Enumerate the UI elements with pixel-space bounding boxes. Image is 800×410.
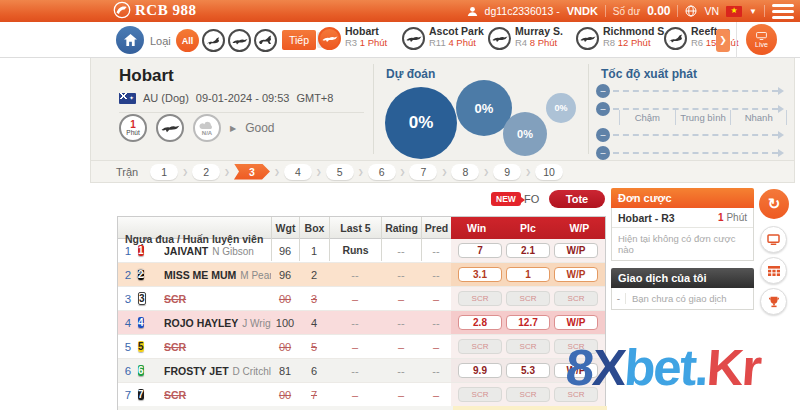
win-place-button[interactable]: SCR bbox=[554, 291, 598, 306]
runner-name: SCR bbox=[164, 389, 271, 401]
prediction: -- bbox=[421, 317, 451, 329]
race-tab-7[interactable]: 7 bbox=[409, 164, 437, 180]
place-odds-button[interactable]: 2.1 bbox=[506, 243, 550, 258]
runner-name: SCR bbox=[164, 293, 271, 305]
chevron-right-icon[interactable]: ❯ bbox=[716, 29, 730, 52]
results-trophy-button[interactable] bbox=[760, 288, 787, 315]
live-label: Live bbox=[755, 41, 768, 48]
runner-name: ROJO HAYLEYJ Wright bbox=[164, 317, 271, 329]
chevron-down-icon[interactable]: ▼ bbox=[749, 7, 757, 16]
runner-number: 3 bbox=[118, 293, 138, 305]
user-id: dg11c2336013 - bbox=[485, 5, 560, 17]
win-place-button[interactable]: SCR bbox=[554, 387, 598, 402]
win-odds-button[interactable]: SCR bbox=[458, 387, 502, 402]
race-tab-9[interactable]: 9 bbox=[493, 164, 521, 180]
runner-name: SCR bbox=[164, 341, 271, 353]
race-title: Hobart bbox=[119, 66, 174, 86]
refresh-button[interactable]: ↻ bbox=[759, 189, 789, 219]
rating: – bbox=[381, 341, 421, 353]
dog-icon bbox=[402, 27, 425, 50]
grid-view-button[interactable] bbox=[760, 257, 787, 284]
runner-name: MISS ME MUMM Pearce bbox=[164, 269, 271, 281]
harness-icon bbox=[258, 35, 274, 46]
win-odds-button[interactable]: 9.9 bbox=[458, 363, 502, 378]
runner-number: 4 bbox=[118, 317, 138, 329]
menu-icon[interactable] bbox=[772, 4, 794, 19]
odds-cell: SCRSCRSCR bbox=[451, 335, 605, 358]
live-button[interactable]: Live bbox=[746, 24, 777, 55]
filter-horse-button[interactable] bbox=[202, 29, 225, 52]
win-place-button[interactable]: W/P bbox=[554, 267, 598, 282]
rating: -- bbox=[381, 269, 421, 281]
prediction: – bbox=[421, 389, 451, 401]
video-screen-button[interactable] bbox=[760, 226, 787, 253]
win-place-button[interactable]: SCR bbox=[554, 339, 598, 354]
transactions-title: Giao dịch của tôi bbox=[611, 268, 754, 288]
odds-cell: SCRSCRSCR bbox=[451, 383, 605, 406]
win-odds-button[interactable]: SCR bbox=[458, 339, 502, 354]
trainer-name: N Gibson bbox=[212, 246, 254, 257]
tote-toggle-button[interactable]: Tote bbox=[549, 190, 605, 208]
odds-cell: SCRSCRSCR bbox=[451, 287, 605, 310]
tab-separator-icon: ❯ bbox=[316, 168, 322, 176]
place-odds-button[interactable]: 5.3 bbox=[506, 363, 550, 378]
user-icon bbox=[467, 6, 478, 17]
rating: -- bbox=[381, 317, 421, 329]
place-odds-button[interactable]: 12.7 bbox=[506, 315, 550, 330]
runner-weight: 96 bbox=[271, 245, 299, 257]
home-button[interactable] bbox=[116, 26, 144, 54]
runner-box: 6 bbox=[299, 365, 329, 377]
race-tab-4[interactable]: 4 bbox=[284, 164, 312, 180]
prediction: – bbox=[421, 341, 451, 353]
trainer-name: M Pearce bbox=[240, 270, 271, 281]
race-tab-5[interactable]: 5 bbox=[326, 164, 354, 180]
filter-all-button[interactable]: All bbox=[176, 29, 199, 52]
place-odds-button[interactable]: SCR bbox=[506, 291, 550, 306]
brand-logo[interactable]: RCB 988 bbox=[113, 1, 196, 19]
transactions-empty-message: Bạn chưa có giao dịch bbox=[626, 293, 727, 304]
rating: – bbox=[381, 389, 421, 401]
race-country: AU (Dog) bbox=[143, 92, 189, 104]
language-label[interactable]: VN bbox=[704, 5, 719, 17]
trainer-name: D Critchley bbox=[233, 366, 271, 377]
race-tab-1[interactable]: 1 bbox=[150, 164, 178, 180]
prediction: -- bbox=[421, 245, 451, 257]
rating: – bbox=[381, 293, 421, 305]
win-odds-button[interactable]: 7 bbox=[458, 243, 502, 258]
place-odds-button[interactable]: SCR bbox=[506, 387, 550, 402]
race-meta: R4 8 Phút bbox=[515, 37, 563, 48]
runner-weight: 00 bbox=[271, 341, 299, 353]
tab-separator-icon: ❯ bbox=[483, 168, 489, 176]
runner-number: 6 bbox=[118, 365, 138, 377]
runner-number: 2 bbox=[118, 269, 138, 281]
race-datetime: 09-01-2024 - 09:53 bbox=[196, 92, 290, 104]
race-tab-2[interactable]: 2 bbox=[192, 164, 220, 180]
win-place-button[interactable]: W/P bbox=[554, 243, 598, 258]
win-odds-button[interactable]: 2.8 bbox=[458, 315, 502, 330]
live-screen-icon bbox=[756, 32, 767, 40]
race-tab-8[interactable]: 8 bbox=[451, 164, 479, 180]
win-place-button[interactable]: W/P bbox=[554, 363, 598, 378]
place-odds-button[interactable]: 1 bbox=[506, 267, 550, 282]
table-header: Ngựa đua / Huấn luyện viên Wgt Box Last … bbox=[118, 217, 605, 239]
odds-controls: NEW FO Tote bbox=[0, 190, 606, 210]
fo-toggle[interactable]: FO bbox=[524, 193, 539, 205]
horse-icon bbox=[664, 27, 687, 50]
race-tabs: 1❯2❯3❯4❯5❯6❯7❯8❯9❯10 bbox=[150, 164, 563, 180]
filter-harness-button[interactable] bbox=[254, 29, 277, 52]
filter-greyhound-button[interactable] bbox=[228, 29, 251, 52]
tab-separator-icon: ❯ bbox=[441, 168, 447, 176]
win-odds-button[interactable]: 3.1 bbox=[458, 267, 502, 282]
next-races-button[interactable]: Tiếp bbox=[282, 30, 316, 50]
win-odds-button[interactable]: SCR bbox=[458, 291, 502, 306]
race-tab-3[interactable]: 3 bbox=[234, 164, 270, 180]
currency-code[interactable]: VNDK bbox=[567, 5, 598, 17]
place-odds-button[interactable]: SCR bbox=[506, 339, 550, 354]
saddle-cloth-icon: 7 bbox=[138, 389, 144, 400]
race-tab-6[interactable]: 6 bbox=[368, 164, 396, 180]
win-place-button[interactable]: W/P bbox=[554, 315, 598, 330]
rating: -- bbox=[381, 245, 421, 257]
last5-runs: -- bbox=[329, 365, 381, 377]
race-name: Hobart bbox=[345, 25, 387, 37]
race-tab-10[interactable]: 10 bbox=[535, 164, 563, 180]
